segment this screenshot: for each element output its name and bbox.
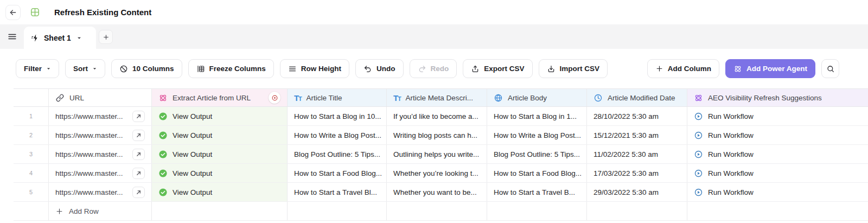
header-url[interactable]: URL bbox=[49, 89, 152, 106]
empty-cell bbox=[288, 202, 387, 220]
article-body-cell[interactable]: How to Start a Travel B... bbox=[487, 183, 587, 201]
run-workflow-label: Run Workflow bbox=[708, 150, 754, 158]
atom-icon bbox=[733, 65, 742, 73]
plus-icon bbox=[103, 34, 110, 41]
header-article-body[interactable]: Article Body bbox=[487, 89, 587, 106]
check-circle-icon bbox=[158, 150, 168, 159]
header-aeo-label: AEO Visibility Refresh Suggestions bbox=[708, 94, 822, 102]
run-workflow-cell[interactable]: Run Workflow bbox=[687, 183, 868, 201]
view-output-label: View Output bbox=[173, 131, 212, 139]
grid-body: 1 https://www.master... View Output How … bbox=[14, 107, 868, 202]
filter-button[interactable]: Filter bbox=[16, 59, 59, 78]
view-output-label: View Output bbox=[173, 169, 212, 177]
export-csv-button[interactable]: Export CSV bbox=[463, 59, 532, 78]
redo-button[interactable]: Redo bbox=[410, 59, 457, 78]
grid-table-icon bbox=[30, 7, 40, 17]
search-icon bbox=[826, 65, 835, 73]
run-workflow-cell[interactable]: Run Workflow bbox=[687, 145, 868, 163]
url-link[interactable]: https://www.master... bbox=[55, 169, 123, 177]
article-modified-date-cell[interactable]: 11/02/2022 5:30 am bbox=[587, 145, 687, 163]
article-modified-date-cell[interactable]: 28/10/2022 5:30 am bbox=[587, 107, 687, 125]
check-circle-icon bbox=[158, 188, 168, 197]
menu-button[interactable] bbox=[7, 31, 18, 42]
add-power-agent-button[interactable]: Add Power Agent bbox=[725, 59, 815, 78]
run-workflow-cell[interactable]: Run Workflow bbox=[687, 126, 868, 144]
article-title-cell[interactable]: How to Write a Blog Post... bbox=[288, 126, 387, 144]
row-number: 3 bbox=[14, 145, 49, 163]
article-meta-cell[interactable]: Whether you’re looking t... bbox=[387, 164, 487, 182]
article-title-cell[interactable]: How to Start a Blog in 10... bbox=[288, 107, 387, 125]
header-article-modified-date[interactable]: Article Modified Date bbox=[587, 89, 687, 106]
text-type-icon: TT bbox=[393, 94, 401, 102]
open-url-button[interactable] bbox=[132, 111, 145, 122]
header-extract-article[interactable]: Extract Article from URL bbox=[152, 89, 288, 106]
header-title-label: Article Title bbox=[307, 94, 342, 102]
article-body-text: How to Start a Food Blog... bbox=[494, 169, 582, 177]
add-row-label: Add Row bbox=[69, 207, 99, 215]
header-meta-label: Article Meta Descri... bbox=[406, 94, 474, 102]
freeze-columns-button[interactable]: Freeze Columns bbox=[188, 59, 274, 78]
extract-output-cell[interactable]: View Output bbox=[152, 107, 288, 125]
open-url-button[interactable] bbox=[132, 130, 145, 141]
table-row: 3 https://www.master... View Output Blog… bbox=[14, 145, 868, 164]
header-article-meta[interactable]: TT Article Meta Descri... bbox=[387, 89, 487, 106]
run-workflow-label: Run Workflow bbox=[708, 131, 754, 139]
open-url-button[interactable] bbox=[132, 187, 145, 198]
add-row-number-cell bbox=[14, 202, 49, 220]
article-title-cell[interactable]: How to Start a Travel Bl... bbox=[288, 183, 387, 201]
page-title: Refresh Existing Content bbox=[54, 8, 151, 17]
article-modified-date-cell[interactable]: 15/12/2021 5:30 am bbox=[587, 126, 687, 144]
extract-output-cell[interactable]: View Output bbox=[152, 183, 288, 201]
run-workflow-label: Run Workflow bbox=[708, 188, 754, 196]
search-button[interactable] bbox=[821, 59, 839, 78]
url-link[interactable]: https://www.master... bbox=[55, 188, 123, 196]
article-meta-cell[interactable]: If you’d like to become a... bbox=[387, 107, 487, 125]
article-body-cell[interactable]: How to Start a Blog in 1... bbox=[487, 107, 587, 125]
article-title-cell[interactable]: Blog Post Outline: 5 Tips... bbox=[288, 145, 387, 163]
article-meta-text: If you’d like to become a... bbox=[393, 112, 478, 120]
article-body-cell[interactable]: How to Write a Blog Post... bbox=[487, 126, 587, 144]
url-link[interactable]: https://www.master... bbox=[55, 112, 123, 120]
add-row-button[interactable]: Add Row bbox=[49, 202, 152, 220]
upload-icon bbox=[471, 65, 480, 73]
text-type-icon: TT bbox=[294, 94, 302, 102]
extract-output-cell[interactable]: View Output bbox=[152, 126, 288, 144]
article-title-text: How to Start a Blog in 10... bbox=[294, 112, 381, 120]
import-csv-button[interactable]: Import CSV bbox=[539, 59, 608, 78]
open-url-button[interactable] bbox=[132, 149, 145, 160]
article-modified-date-cell[interactable]: 17/03/2022 5:30 am bbox=[587, 164, 687, 182]
slashed-circle-icon bbox=[119, 65, 128, 73]
row-number: 1 bbox=[14, 107, 49, 125]
run-workflow-cell[interactable]: Run Workflow bbox=[687, 107, 868, 125]
header-aeo-suggestions[interactable]: AEO Visibility Refresh Suggestions bbox=[687, 89, 868, 106]
add-column-button[interactable]: Add Column bbox=[647, 59, 719, 78]
undo-button[interactable]: Undo bbox=[355, 59, 404, 78]
header-date-label: Article Modified Date bbox=[608, 94, 675, 102]
extract-output-cell[interactable]: View Output bbox=[152, 164, 288, 182]
open-url-button[interactable] bbox=[132, 168, 145, 179]
play-circle-icon bbox=[694, 150, 703, 159]
run-workflow-cell[interactable]: Run Workflow bbox=[687, 164, 868, 182]
row-height-button[interactable]: Row Height bbox=[280, 59, 349, 78]
url-link[interactable]: https://www.master... bbox=[55, 150, 123, 158]
article-body-cell[interactable]: How to Start a Food Blog... bbox=[487, 164, 587, 182]
download-icon bbox=[547, 65, 556, 73]
header-article-title[interactable]: TT Article Title bbox=[288, 89, 387, 106]
atom-icon bbox=[694, 93, 703, 103]
url-link[interactable]: https://www.master... bbox=[55, 131, 123, 139]
play-circle-icon bbox=[694, 169, 703, 178]
article-meta-cell[interactable]: Writing blog posts can h... bbox=[387, 126, 487, 144]
article-title-cell[interactable]: How to Start a Food Blog... bbox=[288, 164, 387, 182]
hide-columns-button[interactable]: 10 Columns bbox=[111, 59, 182, 78]
article-meta-cell[interactable]: Outlining helps you write... bbox=[387, 145, 487, 163]
article-meta-cell[interactable]: Whether you want to be... bbox=[387, 183, 487, 201]
add-sheet-button[interactable] bbox=[99, 30, 113, 44]
extract-output-cell[interactable]: View Output bbox=[152, 145, 288, 163]
article-modified-date-cell[interactable]: 29/03/2022 5:30 am bbox=[587, 183, 687, 201]
play-circle-icon bbox=[694, 131, 703, 140]
record-status-badge[interactable] bbox=[269, 92, 280, 104]
article-body-cell[interactable]: Blog Post Outline: 5 Tips... bbox=[487, 145, 587, 163]
tab-sheet-1[interactable]: Sheet 1 bbox=[24, 27, 96, 49]
sort-button[interactable]: Sort bbox=[65, 59, 105, 78]
back-button[interactable] bbox=[5, 5, 21, 20]
